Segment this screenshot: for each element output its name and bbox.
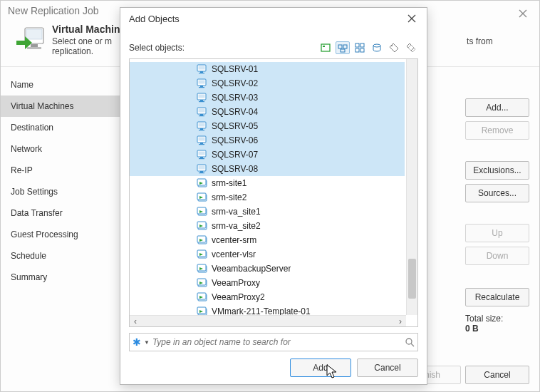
svg-point-67 (406, 339, 412, 344)
nav-item-destination[interactable]: Destination (1, 117, 125, 138)
select-objects-label: Select objects: (129, 43, 185, 53)
svg-rect-46 (199, 172, 204, 173)
scroll-right-icon[interactable]: › (395, 316, 406, 327)
tree-item-label: srm-site1 (212, 178, 246, 188)
svg-rect-50 (197, 193, 206, 200)
chevron-down-icon[interactable]: ▼ (144, 339, 150, 346)
svg-rect-37 (200, 143, 203, 144)
svg-rect-2 (31, 44, 38, 47)
tree-item-label: srm-va_site1 (212, 207, 261, 217)
tree-item[interactable]: VeeamProxy (130, 276, 405, 290)
svg-rect-24 (199, 95, 205, 98)
tree-item[interactable]: VMmark-211-Template-01 (130, 304, 405, 315)
nav-item-re-ip[interactable]: Re-IP (1, 160, 125, 181)
tree-item-label: SQLSRV-06 (212, 135, 258, 145)
search-icon[interactable] (405, 337, 415, 347)
nav-item-network[interactable]: Network (1, 138, 125, 160)
scroll-left-icon[interactable]: ‹ (130, 316, 141, 327)
svg-rect-9 (355, 43, 359, 47)
sources-button[interactable]: Sources... (465, 184, 529, 202)
nav-item-summary[interactable]: Summary (1, 267, 125, 288)
vm-icon (197, 92, 208, 103)
vertical-scrollbar[interactable] (406, 59, 417, 315)
tree-item-label: srm-site2 (212, 192, 246, 202)
exclusions-button[interactable]: Exclusions... (465, 161, 529, 180)
tree-item[interactable]: SQLSRV-04 (130, 105, 405, 119)
tree-item[interactable]: VeeamProxy2 (130, 290, 405, 304)
dialog-cancel-button[interactable]: Cancel (357, 359, 418, 377)
tree-item[interactable]: SQLSRV-01 (130, 62, 405, 76)
nav-item-job-settings[interactable]: Job Settings (1, 181, 125, 202)
tree-item[interactable]: VeeambackupServer (130, 262, 405, 276)
tree-item-label: VeeamProxy (212, 278, 260, 288)
dialog-add-button[interactable]: Add (290, 359, 351, 377)
svg-rect-18 (199, 73, 204, 73)
svg-rect-10 (360, 43, 364, 47)
search-input[interactable] (152, 337, 402, 347)
recalculate-button[interactable]: Recalculate (465, 288, 529, 306)
up-button: Up (465, 224, 529, 242)
tree-item-label: SQLSRV-04 (212, 107, 258, 117)
tree-item[interactable]: srm-va_site1 (130, 205, 405, 219)
side-actions: Add... Remove Exclusions... Sources... U… (465, 98, 529, 265)
star-icon: ✱ (133, 336, 141, 348)
horizontal-scrollbar[interactable]: ‹ › (130, 315, 406, 326)
wizard-nav: NameVirtual MachinesDestinationNetworkRe… (1, 67, 125, 372)
vm-icon (197, 135, 208, 146)
svg-rect-54 (197, 222, 206, 228)
search-field[interactable]: ✱ ▼ (129, 333, 418, 351)
svg-rect-7 (343, 45, 347, 48)
vapp-icon (197, 206, 208, 217)
svg-rect-41 (200, 157, 203, 158)
hosts-view-icon[interactable] (318, 41, 333, 54)
cancel-button[interactable]: Cancel (465, 366, 529, 384)
tree-item[interactable]: srm-va_site2 (130, 219, 405, 233)
vapp-icon (197, 220, 208, 232)
svg-rect-1 (26, 29, 42, 39)
svg-rect-30 (199, 115, 204, 116)
tree-item[interactable]: srm-site2 (130, 190, 405, 205)
tree-item[interactable]: srm-site1 (130, 176, 405, 190)
object-tree: SQLSRV-01SQLSRV-02SQLSRV-03SQLSRV-04SQLS… (129, 58, 418, 327)
nav-item-name[interactable]: Name (1, 74, 125, 96)
svg-rect-64 (197, 293, 206, 299)
nav-item-data-transfer[interactable]: Data Transfer (1, 202, 125, 224)
tree-item[interactable]: SQLSRV-06 (130, 133, 405, 148)
tree-item[interactable]: SQLSRV-02 (130, 76, 405, 91)
svg-rect-52 (197, 207, 206, 214)
vms-view-icon[interactable] (336, 41, 350, 54)
tree-item-label: VeeambackupServer (212, 264, 291, 274)
tree-item[interactable]: SQLSRV-08 (130, 162, 405, 176)
vm-icon (197, 78, 208, 89)
dialog-close-button[interactable] (401, 11, 422, 26)
dialog-footer: Add Cancel (120, 351, 427, 384)
tree-item[interactable]: vcenter-srm (130, 233, 405, 247)
svg-rect-34 (199, 130, 204, 130)
svg-rect-44 (199, 166, 205, 170)
nav-item-virtual-machines[interactable]: Virtual Machines (1, 96, 125, 117)
svg-rect-25 (200, 100, 203, 101)
vm-icon (197, 163, 208, 175)
svg-rect-12 (360, 48, 364, 52)
folder-view-icon[interactable] (353, 41, 367, 54)
nav-item-schedule[interactable]: Schedule (1, 245, 125, 267)
nav-item-guest-processing[interactable]: Guest Processing (1, 224, 125, 245)
add-button[interactable]: Add... (465, 98, 529, 117)
close-icon[interactable] (514, 6, 532, 21)
tree-item[interactable]: vcenter-vlsr (130, 247, 405, 262)
svg-rect-8 (341, 49, 345, 52)
tree-item[interactable]: SQLSRV-03 (130, 91, 405, 105)
combined-view-icon[interactable] (404, 41, 418, 54)
tag-view-icon[interactable] (387, 41, 401, 54)
vapp-icon (197, 292, 208, 303)
svg-rect-40 (199, 152, 205, 155)
vapp-icon (197, 263, 208, 274)
svg-rect-11 (355, 48, 359, 52)
vm-icon (197, 63, 208, 75)
svg-rect-60 (197, 264, 206, 271)
tree-item[interactable]: SQLSRV-05 (130, 119, 405, 133)
tree-item[interactable]: SQLSRV-07 (130, 148, 405, 162)
tree-item-label: SQLSRV-03 (212, 93, 258, 103)
svg-rect-45 (200, 171, 203, 172)
datastore-view-icon[interactable] (370, 41, 384, 54)
